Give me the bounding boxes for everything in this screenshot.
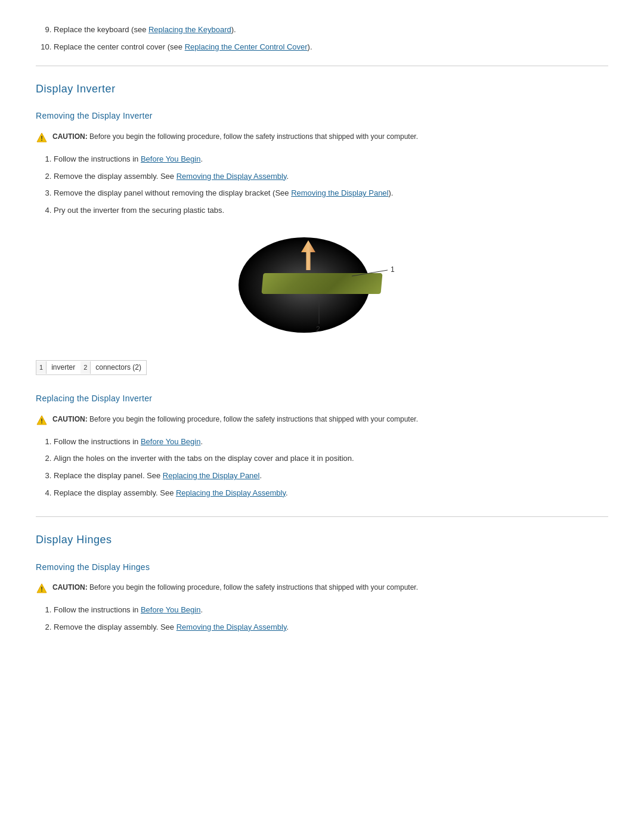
svg-line-2 [352, 270, 388, 276]
caution-icon: ! [36, 132, 48, 144]
replacing-center-control-link[interactable]: Replacing the Center Control Cover [185, 42, 308, 51]
svg-text:!: ! [41, 417, 43, 425]
legend-item-1: 1 inverter [36, 361, 80, 374]
caution-replacing-inverter: ! CAUTION: Before you begin the followin… [36, 414, 608, 426]
replacing-step-4: Replace the display assembly. See Replac… [54, 487, 608, 500]
inverter-legend: 1 inverter 2 connectors (2) [36, 360, 147, 375]
display-hinges-section: Display Hinges Removing the Display Hing… [36, 531, 608, 634]
caution-label: CAUTION: [52, 132, 88, 141]
caution-label-3: CAUTION: [52, 583, 88, 592]
replacing-step-1: Follow the instructions in Before You Be… [54, 436, 608, 448]
replacing-display-inverter: Replacing the Display Inverter ! CAUTION… [36, 392, 608, 500]
removing-step-4: Pry out the inverter from the securing p… [54, 205, 608, 217]
replacing-steps-list: Follow the instructions in Before You Be… [36, 436, 608, 500]
replacing-step-2: Align the holes on the inverter with the… [54, 453, 608, 465]
caution-label-2: CAUTION: [52, 415, 88, 423]
before-you-begin-link-3[interactable]: Before You Begin [141, 605, 200, 614]
replacing-display-inverter-title: Replacing the Display Inverter [36, 392, 608, 405]
replacing-display-panel-link[interactable]: Replacing the Display Panel [163, 471, 260, 480]
removing-step-3: Remove the display panel without removin… [54, 187, 608, 200]
replacing-keyboard-link[interactable]: Replacing the Keyboard [148, 25, 231, 34]
before-you-begin-link-2[interactable]: Before You Begin [141, 437, 200, 446]
section-divider-1 [36, 66, 608, 66]
legend-num-2: 2 [80, 361, 91, 374]
step-9: Replace the keyboard (see Replacing the … [54, 24, 608, 36]
caution-message-2: Before you begin the following procedure… [88, 415, 418, 423]
section-divider-2 [36, 516, 608, 517]
hinges-step-1: Follow the instructions in Before You Be… [54, 604, 608, 617]
legend-num-1: 1 [36, 361, 47, 374]
legend-item-2: 2 connectors (2) [80, 361, 146, 374]
removing-step-2: Remove the display assembly. See Removin… [54, 171, 608, 183]
svg-text:!: ! [41, 586, 43, 593]
removing-display-assembly-link-1[interactable]: Removing the Display Assembly [177, 172, 287, 181]
caution-icon-2: ! [36, 414, 48, 426]
inverter-diagram: 1 2 [227, 231, 417, 351]
removing-display-inverter: Removing the Display Inverter ! CAUTION:… [36, 109, 608, 375]
display-hinges-title: Display Hinges [36, 531, 608, 549]
removing-display-panel-link-1[interactable]: Removing the Display Panel [291, 188, 388, 197]
replacing-step-3: Replace the display panel. See Replacing… [54, 470, 608, 482]
display-inverter-section: Display Inverter Removing the Display In… [36, 80, 608, 500]
removing-display-inverter-title: Removing the Display Inverter [36, 109, 608, 122]
display-inverter-title: Display Inverter [36, 80, 608, 98]
caution-message-3: Before you begin the following procedure… [88, 583, 418, 592]
caution-removing-hinges: ! CAUTION: Before you begin the followin… [36, 582, 608, 594]
inverter-diagram-container: 1 2 [36, 231, 608, 351]
removing-display-hinges-title: Removing the Display Hinges [36, 561, 608, 574]
removing-display-hinges: Removing the Display Hinges ! CAUTION: B… [36, 561, 608, 634]
removing-steps-list: Follow the instructions in Before You Be… [36, 153, 608, 217]
replacing-display-assembly-link[interactable]: Replacing the Display Assembly [176, 488, 286, 497]
caution-removing-inverter: ! CAUTION: Before you begin the followin… [36, 131, 608, 144]
legend-label-connectors: connectors (2) [91, 361, 146, 374]
hinges-step-2: Remove the display assembly. See Removin… [54, 621, 608, 634]
diagram-labels-svg: 1 2 [227, 231, 417, 351]
removing-display-assembly-link-2[interactable]: Removing the Display Assembly [177, 623, 287, 631]
caution-message: Before you begin the following procedure… [88, 132, 418, 141]
legend-label-inverter: inverter [47, 361, 80, 374]
intro-steps: Replace the keyboard (see Replacing the … [36, 24, 608, 54]
before-you-begin-link-1[interactable]: Before You Begin [141, 154, 200, 163]
caution-icon-3: ! [36, 583, 48, 594]
svg-text:!: ! [41, 135, 43, 142]
svg-text:2: 2 [316, 325, 320, 333]
removing-step-1: Follow the instructions in Before You Be… [54, 153, 608, 166]
step-10: Replace the center control cover (see Re… [54, 41, 608, 54]
svg-text:1: 1 [391, 265, 395, 274]
hinges-steps-list: Follow the instructions in Before You Be… [36, 604, 608, 634]
